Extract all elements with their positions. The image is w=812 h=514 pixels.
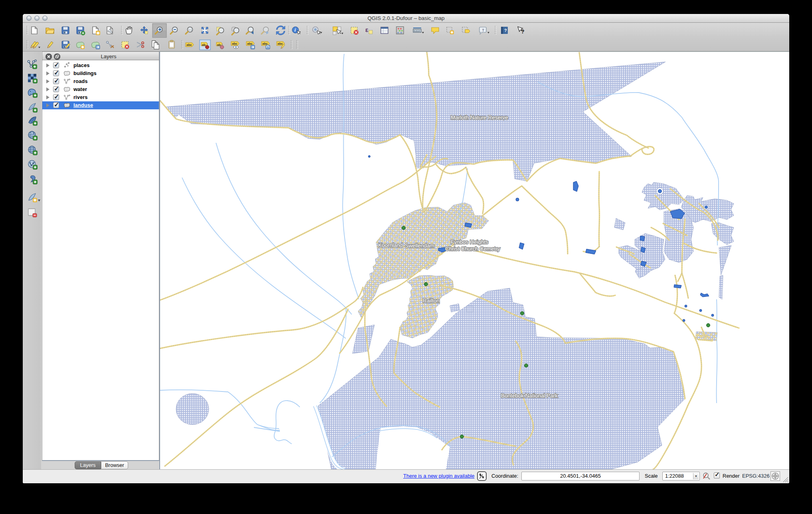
svg-text:Bontebok National Park: Bontebok National Park [501,393,558,399]
svg-text:Swellendam: Swellendam [405,243,434,249]
svg-text:?: ? [521,28,525,35]
svg-text:Christ Church Cemetry: Christ Church Cemetry [445,246,500,252]
svg-text:1:1: 1:1 [188,29,192,32]
svg-text:ε: ε [365,27,368,34]
svg-text:?: ? [504,28,507,33]
svg-text:Koornland: Koornland [378,242,403,248]
svg-text:T: T [482,28,485,32]
svg-text:Marloth Nature Reserve: Marloth Nature Reserve [451,115,508,121]
svg-text:ab: ab [217,43,221,47]
svg-text:ab: ab [202,43,206,47]
svg-text:Fynbos Heights: Fynbos Heights [451,239,488,245]
svg-text:Railton: Railton [423,298,440,304]
